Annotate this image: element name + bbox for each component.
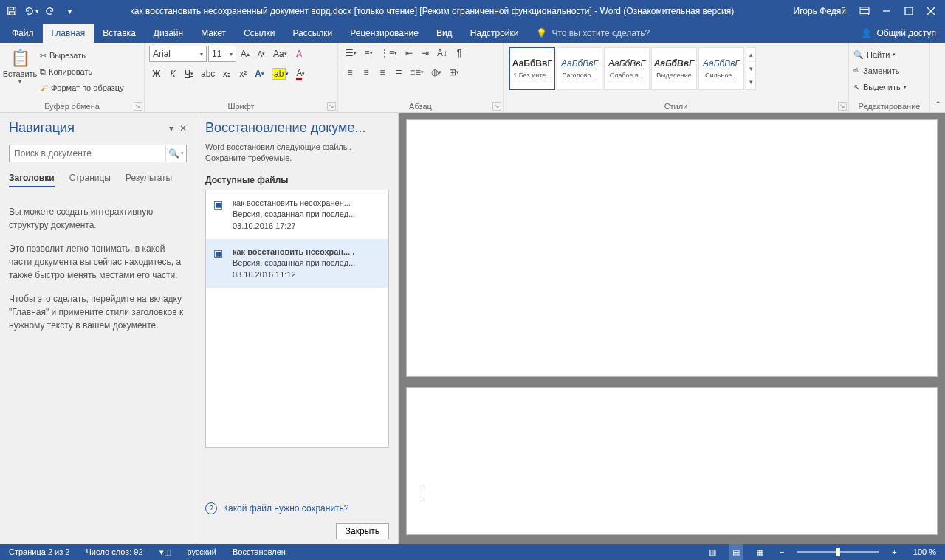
clipboard-dialog-launcher[interactable]: ↘ bbox=[134, 102, 142, 111]
show-marks-button[interactable]: ¶ bbox=[452, 46, 467, 61]
align-left-button[interactable]: ≡ bbox=[343, 65, 357, 80]
page-indicator[interactable]: Страница 2 из 2 bbox=[6, 544, 72, 560]
spellcheck-icon[interactable]: ▾◫ bbox=[157, 544, 174, 560]
copy-button[interactable]: ⧉Копировать bbox=[40, 64, 124, 79]
decrease-indent-button[interactable]: ⇤ bbox=[402, 46, 416, 61]
tab-insert[interactable]: Вставка bbox=[94, 24, 145, 43]
shading-button[interactable]: ◍▾ bbox=[428, 65, 444, 80]
cut-button[interactable]: ✂Вырезать bbox=[40, 48, 124, 63]
select-button[interactable]: ↖Выделить▾ bbox=[853, 80, 907, 94]
ribbon-display-icon[interactable] bbox=[853, 0, 876, 22]
highlight-button[interactable]: ab▾ bbox=[269, 66, 292, 81]
word-count[interactable]: Число слов: 92 bbox=[83, 544, 145, 560]
page[interactable] bbox=[406, 387, 938, 535]
zoom-out-button[interactable]: − bbox=[777, 544, 787, 560]
paste-button[interactable]: 📋 Вставить ▾ bbox=[4, 46, 35, 85]
zoom-level[interactable]: 100 % bbox=[910, 544, 939, 560]
replace-button[interactable]: ᵃᵇЗаменить bbox=[853, 63, 899, 78]
shrink-font-button[interactable]: A▾ bbox=[254, 46, 269, 61]
print-layout-icon[interactable]: ▤ bbox=[729, 544, 743, 560]
nav-hint-3: Чтобы это сделать, перейдите на вкладку … bbox=[9, 292, 187, 332]
multilevel-button[interactable]: ⋮≡▾ bbox=[377, 46, 400, 61]
style-emphasis[interactable]: АаБбВвГВыделение bbox=[651, 47, 697, 90]
borders-button[interactable]: ⊞▾ bbox=[446, 65, 462, 80]
change-case-button[interactable]: Aa▾ bbox=[270, 46, 290, 61]
style-strong[interactable]: АаБбВвГСильное... bbox=[698, 47, 744, 90]
web-layout-icon[interactable]: ▦ bbox=[753, 544, 766, 560]
justify-button[interactable]: ≣ bbox=[391, 65, 406, 80]
tab-view[interactable]: Вид bbox=[427, 24, 461, 43]
grow-font-button[interactable]: A▴ bbox=[238, 46, 252, 61]
tab-addins[interactable]: Надстройки bbox=[461, 24, 528, 43]
svg-rect-2 bbox=[10, 12, 15, 15]
style-subtle[interactable]: АаБбВвГСлабое в... bbox=[604, 47, 650, 90]
search-input[interactable] bbox=[10, 145, 165, 162]
share-button[interactable]: 👤Общий доступ bbox=[852, 24, 945, 43]
find-button[interactable]: 🔍Найти▾ bbox=[853, 47, 896, 62]
recovery-close-button[interactable]: Закрыть bbox=[336, 523, 389, 539]
style-heading1[interactable]: АаБбВвГЗаголово... bbox=[557, 47, 602, 90]
text-effects-button[interactable]: A▾ bbox=[252, 66, 267, 81]
strikethrough-button[interactable]: abc bbox=[198, 66, 218, 81]
group-editing: 🔍Найти▾ ᵃᵇЗаменить ↖Выделить▾ Редактиров… bbox=[849, 43, 930, 112]
read-mode-icon[interactable]: ▥ bbox=[706, 544, 719, 560]
align-right-button[interactable]: ≡ bbox=[375, 65, 390, 80]
nav-tab-results[interactable]: Результаты bbox=[126, 173, 172, 187]
navigation-search[interactable]: 🔍▾ bbox=[9, 145, 187, 162]
recovery-item[interactable]: ▣ как восстановить несохран... . Версия,… bbox=[206, 239, 388, 288]
underline-button[interactable]: Ч▾ bbox=[182, 66, 196, 81]
qat-customize-icon[interactable]: ▾ bbox=[61, 2, 78, 20]
nav-tab-pages[interactable]: Страницы bbox=[69, 173, 111, 187]
language-indicator[interactable]: русский bbox=[185, 544, 219, 560]
tell-me[interactable]: 💡Что вы хотите сделать? bbox=[527, 24, 659, 43]
subscript-button[interactable]: x₂ bbox=[219, 66, 234, 81]
zoom-slider[interactable] bbox=[797, 551, 879, 553]
italic-button[interactable]: К bbox=[165, 66, 180, 81]
tab-file[interactable]: Файл bbox=[3, 24, 43, 43]
styles-dialog-launcher[interactable]: ↘ bbox=[838, 102, 847, 111]
document-area[interactable] bbox=[399, 113, 945, 544]
nav-tab-headings[interactable]: Заголовки bbox=[9, 173, 55, 187]
style-normal[interactable]: АаБбВвГ1 Без инте... bbox=[509, 47, 555, 90]
undo-icon[interactable]: ▾ bbox=[22, 2, 40, 20]
save-icon[interactable] bbox=[3, 2, 21, 20]
zoom-in-button[interactable]: + bbox=[889, 544, 899, 560]
close-icon[interactable] bbox=[920, 0, 942, 22]
font-size-combo[interactable]: 11▾ bbox=[208, 46, 236, 62]
page[interactable] bbox=[406, 119, 938, 377]
font-dialog-launcher[interactable]: ↘ bbox=[327, 102, 336, 111]
format-painter-button[interactable]: 🖌Формат по образцу bbox=[40, 80, 124, 95]
nav-close-icon[interactable]: ✕ bbox=[179, 123, 187, 134]
line-spacing-button[interactable]: ‡≡▾ bbox=[408, 65, 427, 80]
font-name-combo[interactable]: Arial▾ bbox=[149, 46, 207, 62]
tab-design[interactable]: Дизайн bbox=[145, 24, 192, 43]
redo-icon[interactable] bbox=[41, 2, 59, 20]
recovery-help-link[interactable]: ? Какой файл нужно сохранить? bbox=[205, 498, 389, 519]
paragraph-dialog-launcher[interactable]: ↘ bbox=[492, 102, 501, 111]
align-center-button[interactable]: ≡ bbox=[359, 65, 374, 80]
font-color-button[interactable]: A▾ bbox=[293, 66, 308, 81]
tab-mailings[interactable]: Рассылки bbox=[284, 24, 341, 43]
nav-dropdown-icon[interactable]: ▾ bbox=[169, 123, 173, 134]
search-button[interactable]: 🔍▾ bbox=[165, 145, 186, 162]
numbering-button[interactable]: ≡▾ bbox=[361, 46, 376, 61]
bold-button[interactable]: Ж bbox=[149, 66, 164, 81]
tab-layout[interactable]: Макет bbox=[192, 24, 235, 43]
bullets-button[interactable]: ☰▾ bbox=[343, 46, 360, 61]
font-group-label: Шрифт bbox=[149, 100, 333, 112]
collapse-ribbon-button[interactable]: ⌃ bbox=[930, 43, 945, 112]
user-name[interactable]: Игорь Федяй bbox=[786, 6, 853, 16]
clear-formatting-button[interactable]: A̷ bbox=[292, 46, 306, 61]
minimize-icon[interactable] bbox=[876, 0, 898, 22]
sort-button[interactable]: A↓ bbox=[434, 46, 450, 61]
styles-more[interactable]: ▴▾▾ bbox=[746, 47, 756, 90]
recovery-item[interactable]: ▣ как восстановить несохранен... Версия,… bbox=[206, 190, 388, 239]
tab-references[interactable]: Ссылки bbox=[235, 24, 284, 43]
superscript-button[interactable]: x² bbox=[236, 66, 250, 81]
tab-home[interactable]: Главная bbox=[43, 24, 94, 43]
tab-review[interactable]: Рецензирование bbox=[341, 24, 427, 43]
styles-gallery[interactable]: АаБбВвГ1 Без инте... АаБбВвГЗаголово... … bbox=[508, 46, 757, 91]
recovery-item-date: 03.10.2016 11:12 bbox=[233, 269, 381, 280]
maximize-icon[interactable] bbox=[898, 0, 920, 22]
increase-indent-button[interactable]: ⇥ bbox=[418, 46, 433, 61]
